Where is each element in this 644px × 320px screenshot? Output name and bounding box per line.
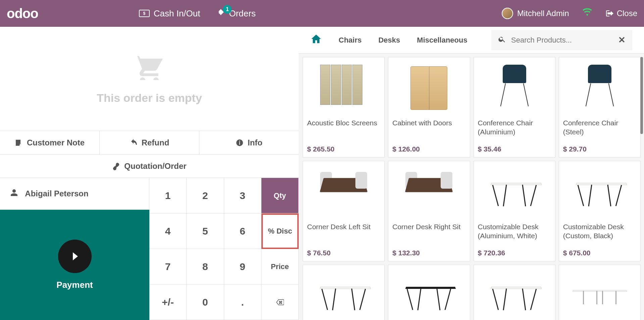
svg-point-2	[239, 141, 240, 142]
customer-note-button[interactable]: Customer Note	[0, 131, 100, 154]
numpad: 1 2 3 Qty 4 5 6 % Disc 7 8 9 Price +/- 0…	[149, 178, 299, 320]
undo-icon	[130, 139, 138, 147]
wifi-icon	[583, 8, 592, 19]
product-image	[563, 165, 636, 219]
product-image	[392, 61, 465, 115]
product-card[interactable]: Customizable Desk (Aluminium, White)$ 72…	[474, 161, 555, 261]
left-panel: This order is empty Customer Note Refund…	[0, 27, 299, 320]
product-image	[563, 269, 636, 320]
product-image	[392, 165, 465, 219]
payment-button[interactable]: Payment	[0, 210, 149, 320]
cash-label: Cash In/Out	[154, 8, 200, 19]
refund-label: Refund	[142, 138, 169, 147]
product-name: Corner Desk Left Sit	[307, 222, 380, 231]
note-icon	[15, 139, 23, 147]
product-price: $ 29.70	[563, 145, 636, 153]
numpad-7[interactable]: 7	[149, 249, 187, 284]
product-price: $ 265.50	[307, 145, 380, 153]
product-image	[563, 61, 636, 115]
category-desks[interactable]: Desks	[378, 36, 400, 45]
product-image	[478, 269, 551, 320]
customer-payment-col: Abigail Peterson Payment	[0, 178, 149, 320]
topbar-center: $ Cash In/Out 1 Orders	[139, 8, 256, 19]
user-menu[interactable]: Mitchell Admin	[502, 8, 569, 19]
person-icon	[10, 189, 18, 199]
numpad-5[interactable]: 5	[187, 213, 224, 249]
user-name: Mitchell Admin	[517, 9, 569, 18]
numpad-price[interactable]: Price	[261, 249, 299, 284]
search-input[interactable]	[511, 36, 613, 45]
product-card[interactable]	[303, 265, 385, 320]
close-button[interactable]: Close	[605, 9, 637, 18]
numpad-0[interactable]: 0	[187, 284, 224, 320]
product-image	[307, 61, 380, 115]
product-name: Customizable Desk (Custom, Black)	[563, 222, 636, 241]
home-icon[interactable]	[310, 33, 322, 47]
customer-note-label: Customer Note	[27, 138, 85, 147]
numpad-sign[interactable]: +/-	[149, 284, 187, 320]
backspace-icon	[276, 298, 284, 306]
numpad-backspace[interactable]	[261, 284, 299, 320]
product-price: $ 720.36	[478, 249, 551, 257]
empty-cart: This order is empty	[0, 27, 299, 131]
quotation-order-button[interactable]: Quotation/Order	[0, 154, 299, 178]
product-card[interactable]: Customizable Desk (Custom, Black)$ 675.0…	[559, 161, 641, 261]
search-box: ✕	[491, 30, 632, 50]
numpad-disc[interactable]: % Disc	[261, 213, 299, 249]
topbar: odoo $ Cash In/Out 1 Orders Mitchell Adm…	[0, 0, 644, 27]
product-image	[307, 165, 380, 219]
product-card[interactable]: Conference Chair (Aluminium)$ 35.46	[474, 57, 555, 157]
clear-search-icon[interactable]: ✕	[618, 35, 626, 45]
product-card[interactable]: Conference Chair (Steel)$ 29.70	[559, 57, 641, 157]
product-card[interactable]: Cabinet with Doors$ 126.00	[388, 57, 470, 157]
product-image	[478, 165, 551, 219]
cart-icon	[133, 53, 166, 86]
product-image	[307, 269, 380, 320]
info-button[interactable]: Info	[199, 131, 299, 154]
quotation-label: Quotation/Order	[124, 162, 186, 171]
product-card[interactable]	[559, 265, 641, 320]
cash-icon: $	[139, 10, 150, 17]
numpad-9[interactable]: 9	[224, 249, 261, 284]
numpad-6[interactable]: 6	[224, 213, 261, 249]
scrollbar-thumb[interactable]	[640, 57, 643, 134]
orders-label: Orders	[229, 8, 255, 19]
action-row: Customer Note Refund Info	[0, 131, 299, 154]
empty-cart-text: This order is empty	[97, 91, 202, 105]
product-price: $ 126.00	[392, 145, 465, 153]
category-chairs[interactable]: Chairs	[339, 36, 361, 45]
customer-button[interactable]: Abigail Peterson	[0, 178, 149, 210]
numpad-3[interactable]: 3	[224, 178, 261, 213]
product-grid: Acoustic Bloc Screens$ 265.50Cabinet wit…	[303, 57, 641, 320]
product-scroll[interactable]: Acoustic Bloc Screens$ 265.50Cabinet wit…	[299, 54, 644, 320]
cash-in-out-button[interactable]: $ Cash In/Out	[139, 8, 200, 19]
product-card[interactable]: Acoustic Bloc Screens$ 265.50	[303, 57, 385, 157]
category-bar: Chairs Desks Miscellaneous ✕	[299, 27, 644, 54]
orders-button[interactable]: 1 Orders	[217, 8, 255, 19]
numpad-4[interactable]: 4	[149, 213, 187, 249]
tag-icon: 1	[217, 8, 225, 19]
app-logo[interactable]: odoo	[7, 6, 38, 21]
product-card[interactable]: Corner Desk Right Sit$ 132.30	[388, 161, 470, 261]
product-card[interactable]	[388, 265, 470, 320]
numpad-1[interactable]: 1	[149, 178, 187, 213]
product-name: Conference Chair (Aluminium)	[478, 118, 551, 137]
product-price: $ 675.00	[563, 249, 636, 257]
refund-button[interactable]: Refund	[100, 131, 199, 154]
numpad-2[interactable]: 2	[187, 178, 224, 213]
product-price: $ 132.30	[392, 249, 465, 257]
svg-rect-1	[239, 142, 240, 145]
numpad-qty[interactable]: Qty	[261, 178, 299, 213]
product-name: Customizable Desk (Aluminium, White)	[478, 222, 551, 241]
orders-badge: 1	[223, 5, 232, 14]
info-icon	[236, 139, 244, 147]
customer-name: Abigail Peterson	[25, 189, 88, 198]
payment-arrow-icon	[58, 240, 92, 273]
main: This order is empty Customer Note Refund…	[0, 27, 644, 320]
numpad-dot[interactable]: .	[224, 284, 261, 320]
category-misc[interactable]: Miscellaneous	[417, 36, 467, 45]
numpad-8[interactable]: 8	[187, 249, 224, 284]
product-name: Acoustic Bloc Screens	[307, 118, 380, 127]
product-card[interactable]	[474, 265, 555, 320]
product-card[interactable]: Corner Desk Left Sit$ 76.50	[303, 161, 385, 261]
